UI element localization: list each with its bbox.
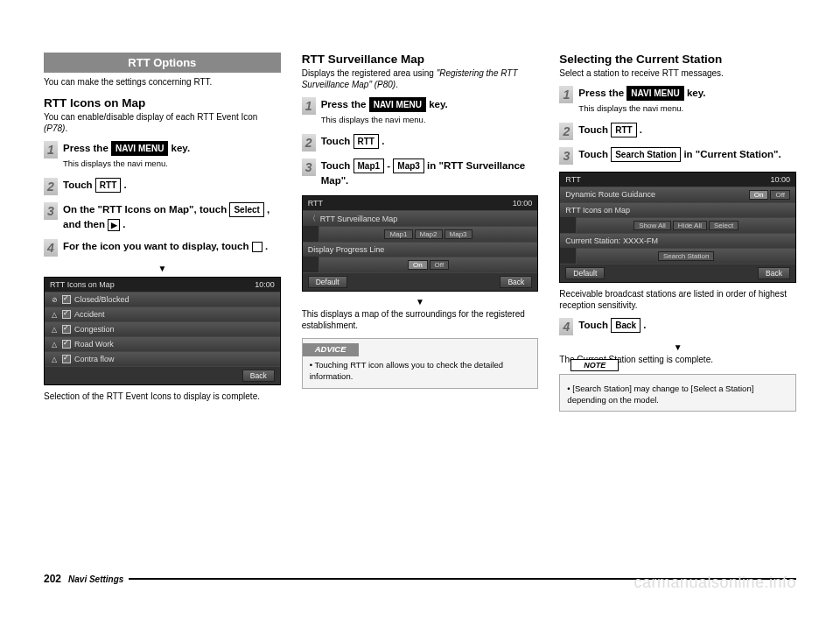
rtt-surveillance-map-heading: RTT Surveillance Map — [302, 53, 539, 66]
navi-menu-key: NAVI MENU — [626, 86, 683, 101]
select-key: Select — [229, 202, 263, 217]
step-number: 2 — [44, 178, 58, 195]
step-subtext: This displays the navi menu. — [578, 102, 796, 115]
checkbox-key — [252, 242, 262, 252]
note-label: NOTE — [570, 359, 619, 371]
manual-page-columns: RTT Options You can make the settings co… — [44, 53, 796, 412]
rtt-icons-desc-ref: (P78) — [44, 123, 65, 133]
step-text: Press the — [63, 143, 111, 153]
rtt-icons-on-map-heading: RTT Icons on Map — [44, 96, 281, 109]
page-number: 202 — [44, 573, 61, 585]
step-text: For the icon you want to display, touch — [63, 241, 252, 251]
step-text: Touch — [63, 180, 95, 190]
search-station-key: Search Station — [611, 147, 681, 162]
col3-mid-text: Receivable broadcast stations are listed… — [559, 288, 796, 311]
col2-step-1: 1 Press the NAVI MENU key. This displays… — [302, 97, 539, 127]
row-label: Congestion — [74, 325, 115, 334]
checkbox-icon — [62, 340, 71, 349]
column-3: Selecting the Current Station Select a s… — [559, 53, 796, 412]
checkbox-icon — [62, 355, 71, 363]
toggle-on: On — [749, 190, 769, 200]
right-arrow-key: ▶ — [108, 219, 120, 231]
step-text: Touch — [578, 149, 611, 159]
step-text: Touch — [321, 136, 354, 146]
rtt-options-intro: You can make the settings concerning RTT… — [44, 76, 281, 88]
advice-label: ADVICE — [303, 343, 359, 356]
col1-step-2: 2 Touch RTT . — [44, 178, 281, 195]
step-number: 3 — [302, 159, 316, 176]
step-text: Press the — [321, 99, 369, 109]
rtt-key: RTT — [354, 134, 379, 149]
step-text: . — [121, 180, 126, 190]
step-text: Press the — [578, 88, 626, 98]
note-text-content: [Search Station] may change to [Select a… — [567, 384, 753, 405]
step-number: 2 — [559, 123, 573, 140]
step-number: 4 — [559, 318, 573, 335]
map3-key: Map3 — [393, 159, 424, 173]
step-text: key. — [168, 143, 190, 153]
row-label: Accident — [74, 310, 105, 319]
event-icon: ⊘ — [50, 296, 59, 304]
col1-conclusion: Selection of the RTT Event Icons to disp… — [44, 391, 281, 402]
screen-title: RTT — [308, 199, 323, 208]
show-all-button: Show All — [634, 221, 671, 230]
column-2: RTT Surveillance Map Displays the regist… — [302, 53, 539, 412]
column-1: RTT Options You can make the settings co… — [44, 53, 281, 412]
step-text: in "Current Station". — [681, 149, 780, 159]
col3-step-4: 4 Touch Back . — [559, 318, 796, 335]
search-station-button: Search Station — [658, 251, 714, 261]
step-text: . — [379, 136, 384, 146]
event-icon: △ — [50, 326, 59, 334]
screen-time: 10:00 — [770, 175, 790, 184]
col2-step-2: 2 Touch RTT . — [302, 134, 539, 151]
step-number: 3 — [44, 202, 58, 220]
row-label: Closed/Blocked — [74, 295, 130, 304]
advice-text-content: Touching RTT icon allows you to check th… — [310, 360, 503, 381]
selecting-current-station-desc: Select a station to receive RTT messages… — [559, 67, 796, 79]
navi-menu-key: NAVI MENU — [111, 141, 168, 156]
col3-step-1: 1 Press the NAVI MENU key. This displays… — [559, 86, 796, 116]
select-button: Select — [709, 221, 738, 230]
step-number: 1 — [44, 141, 58, 159]
watermark: carmanualsonline.info — [634, 574, 796, 592]
toggle-on: On — [408, 260, 428, 270]
checkbox-icon — [62, 295, 71, 304]
toggle-off: Off — [430, 260, 450, 270]
checkbox-icon — [62, 325, 71, 334]
col1-step-3: 3 On the "RTT Icons on Map", touch Selec… — [44, 202, 281, 233]
map1-key: Map1 — [354, 159, 385, 173]
toggle-off: Off — [770, 190, 790, 200]
col1-step-4: 4 For the icon you want to display, touc… — [44, 239, 281, 257]
step-number: 3 — [559, 147, 573, 165]
col3-step-2: 2 Touch RTT . — [559, 123, 796, 140]
row-label: Contra flow — [74, 355, 115, 363]
map-button: Map3 — [444, 229, 472, 239]
step-number: 4 — [44, 239, 58, 257]
step-number: 1 — [302, 97, 316, 115]
checkbox-icon — [62, 310, 71, 319]
down-arrow-icon: ▼ — [44, 264, 281, 273]
step-subtext: This displays the navi menu. — [63, 158, 281, 170]
rtt-icons-desc: You can enable/disable display of each R… — [44, 111, 281, 134]
step-number: 2 — [302, 134, 316, 151]
step-text: - — [384, 160, 393, 171]
rtt-key: RTT — [95, 178, 121, 193]
step-text: On the "RTT Icons on Map", touch — [63, 204, 229, 215]
down-arrow-icon: ▼ — [559, 342, 796, 352]
note-text: • [Search Station] may change to [Select… — [567, 384, 788, 406]
map-button: Map2 — [415, 229, 443, 239]
down-arrow-icon: ▼ — [302, 297, 539, 306]
selecting-current-station-heading: Selecting the Current Station — [559, 53, 796, 66]
note-box: NOTE • [Search Station] may change to [S… — [559, 374, 796, 412]
advice-box: ADVICE • Touching RTT icon allows you to… — [302, 338, 539, 388]
row-label: Dynamic Route Guidance — [565, 190, 655, 199]
step-text: key. — [426, 99, 448, 109]
row-label: Display Progress Line — [308, 245, 385, 254]
desc-end: . — [396, 80, 398, 89]
screen-back-button: Back — [500, 276, 532, 288]
rtt-options-header: RTT Options — [44, 53, 281, 73]
step-text: . — [262, 241, 268, 251]
map-button: Map1 — [384, 229, 412, 239]
page-section: Navi Settings — [68, 574, 123, 584]
col2-conclusion: This displays a map of the surroundings … — [302, 308, 539, 331]
